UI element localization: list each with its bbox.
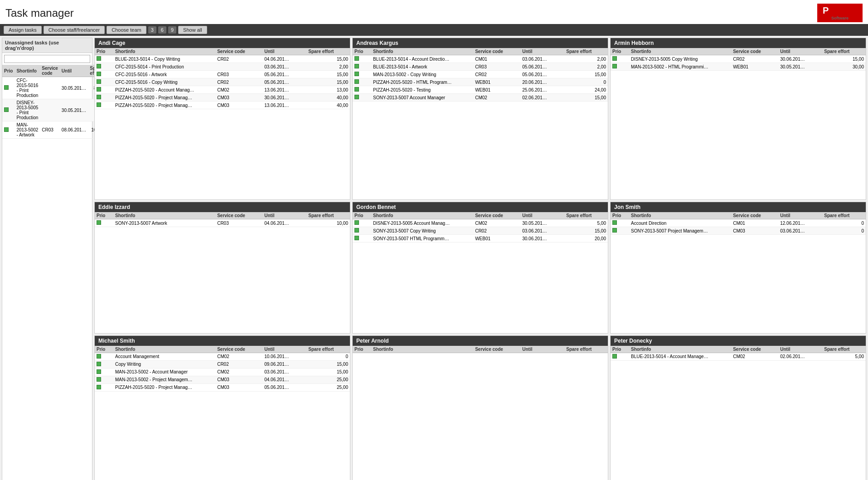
person-task-row[interactable]: BLUE-2013-5014 - Copy Writing CR02 04.06… <box>95 55 350 63</box>
person-task-row[interactable]: MAN-2013-5002 - Copy Writing CR02 05.06.… <box>353 71 608 78</box>
task-prio <box>2 77 15 99</box>
task-shortinfo: MAN-2013-5002 - Project Managem… <box>113 376 215 383</box>
person-task-row[interactable]: PIZZAH-2015-5020 - Account Manag… CM02 1… <box>95 86 350 94</box>
col-header-shortinfo: Shortinfo <box>113 212 215 219</box>
person-panel: Michael Smith Prio Shortinfo Service cod… <box>94 335 350 480</box>
task-shortinfo: PIZZAH-2015-5020 - Testing <box>371 86 473 94</box>
task-spare: 5,00 <box>564 219 608 227</box>
badge-6[interactable]: 6 <box>158 26 166 34</box>
show-all-button[interactable]: Show all <box>178 26 207 34</box>
task-prio <box>611 219 629 227</box>
col-header-spare: Spare effort <box>306 346 350 353</box>
person-task-row[interactable]: Copy Writing CR02 09.06.201… 15,00 <box>95 360 350 368</box>
col-header-spare: Spare effort <box>564 212 608 219</box>
col-header-spare: Spare effort <box>306 48 350 55</box>
choose-team-button[interactable]: Choose team <box>107 26 146 34</box>
person-task-row[interactable]: CFC-2015-5014 - Print Production 03.06.2… <box>95 63 350 71</box>
task-prio <box>95 353 113 360</box>
task-prio <box>2 121 15 139</box>
task-service: CR02 <box>731 55 778 63</box>
person-task-row[interactable]: CFC-2015-5016 - Copy Writing CR02 05.06.… <box>95 78 350 86</box>
task-shortinfo: MAN-2013-5002 - Account Manager <box>113 368 215 376</box>
task-service: CR02 <box>215 78 262 86</box>
choose-staff-button[interactable]: Choose staff/freelancer <box>44 26 105 34</box>
col-header-prio: Prio <box>611 212 629 219</box>
person-task-row[interactable]: MAN-2013-5002 - HTML Programmi… WEB01 30… <box>611 63 866 71</box>
task-shortinfo: SONY-2013-5007 Copy Writing <box>371 227 473 235</box>
person-task-row[interactable]: SONY-2013-5007 HTML Programm… WEB01 30.0… <box>353 235 608 242</box>
person-task-row[interactable]: MAN-2013-5002 - Account Manager CM02 03.… <box>95 368 350 376</box>
task-spare: 0 <box>822 219 866 227</box>
person-task-row[interactable]: Account Management CM02 10.06.201… 0 <box>95 353 350 360</box>
task-shortinfo: DISNEY-2013-5005 - Print Production <box>15 99 40 121</box>
person-task-row[interactable]: Account Direction CM01 12.06.201… 0 <box>611 219 866 227</box>
badge-9[interactable]: 9 <box>168 26 176 34</box>
task-until: 05.06.201… <box>520 71 564 78</box>
person-task-row[interactable]: MAN-2013-5002 - Project Managem… CM03 04… <box>95 376 350 383</box>
task-shortinfo: CFC-2015-5016 - Copy Writing <box>113 78 215 86</box>
unassigned-panel: Unassigned tasks (use drag'n'drop) Prio … <box>2 38 92 480</box>
col-header-shortinfo: Shortinfo <box>113 346 215 353</box>
task-prio <box>611 353 629 360</box>
task-shortinfo: PIZZAH-2015-5020 - Project Manag… <box>113 94 215 102</box>
col-header-prio: Prio <box>353 346 371 353</box>
task-prio <box>95 368 113 376</box>
col-header-spare: Spare effort <box>822 346 866 353</box>
person-task-row[interactable]: SONY-2013-5007 Project Managem… CM03 03.… <box>611 227 866 235</box>
unassigned-task-row[interactable]: CFC-2015-5016 - Print Production 30.05.2… <box>2 77 104 99</box>
col-header-service: Service code <box>215 48 262 55</box>
task-prio <box>95 78 113 86</box>
task-spare: 2,00 <box>306 63 350 71</box>
person-panel: Peter Donecky Prio Shortinfo Service cod… <box>610 335 866 480</box>
task-prio <box>95 86 113 94</box>
col-header-spare: Spare effort <box>822 212 866 219</box>
task-until: 04.06.201… <box>262 219 306 227</box>
person-task-row[interactable]: BLUE-2013-5014 - Artwork CR03 05.06.201…… <box>353 63 608 71</box>
task-prio <box>95 383 113 391</box>
task-service: CM01 <box>731 219 778 227</box>
col-header-until: Until <box>262 212 306 219</box>
task-prio <box>95 55 113 63</box>
unassigned-col-prio: Prio <box>2 65 15 77</box>
person-task-row[interactable]: PIZZAH-2015-5020 - Testing WEB01 25.06.2… <box>353 86 608 94</box>
person-task-row[interactable]: BLUE-2013-5014 - Account Directio… CM01 … <box>353 55 608 63</box>
badge-3[interactable]: 3 <box>148 26 156 34</box>
task-until: 30.06.201… <box>778 55 822 63</box>
task-spare: 2,00 <box>564 63 608 71</box>
person-task-row[interactable]: SONY-2013-5007 Artwork CR03 04.06.201… 1… <box>95 219 350 227</box>
person-task-row[interactable]: SONY-2013-5007 Copy Writing CR02 03.06.2… <box>353 227 608 235</box>
task-until: 03.06.201… <box>778 227 822 235</box>
col-header-until: Until <box>520 48 564 55</box>
person-task-table: Prio Shortinfo Service code Until Spare … <box>95 346 350 392</box>
task-service: CM02 <box>215 353 262 360</box>
unassigned-header: Unassigned tasks (use drag'n'drop) <box>2 38 92 53</box>
person-task-row[interactable]: DISNEY-2013-5005 Account Manag… CM02 30.… <box>353 219 608 227</box>
task-service: WEB01 <box>473 86 520 94</box>
person-panel: Jon Smith Prio Shortinfo Service code Un… <box>610 202 866 333</box>
person-task-row[interactable]: SONY-2013-5007 Account Manager CM02 02.0… <box>353 94 608 102</box>
col-header-spare: Spare effort <box>306 212 350 219</box>
task-until: 04.06.201… <box>262 55 306 63</box>
logo-p: P <box>821 5 830 16</box>
assign-tasks-button[interactable]: Assign tasks <box>4 26 42 34</box>
task-shortinfo: MAN-2013-5002 - Copy Writing <box>371 71 473 78</box>
person-task-row[interactable]: DISNEY-2013-5005 Copy Writing CR02 30.06… <box>611 55 866 63</box>
unassigned-task-row[interactable]: MAN-2013-5002 - Artwork CR03 08.06.201… … <box>2 121 104 139</box>
task-spare: 0 <box>306 353 350 360</box>
unassigned-search-input[interactable] <box>4 55 90 63</box>
person-task-row[interactable]: PIZZAH-2015-5020 - HTML Program… WEB01 2… <box>353 78 608 86</box>
person-task-row[interactable]: PIZZAH-2015-5020 - Project Manag… CM03 1… <box>95 102 350 109</box>
col-header-service: Service code <box>731 212 778 219</box>
person-task-row[interactable]: BLUE-2013-5014 - Account Manage… CM02 02… <box>611 353 866 360</box>
unassigned-task-row[interactable]: DISNEY-2013-5005 - Print Production 30.0… <box>2 99 104 121</box>
task-spare: 24,00 <box>564 86 608 94</box>
task-shortinfo: SONY-2013-5007 Project Managem… <box>629 227 731 235</box>
person-task-row[interactable]: CFC-2015-5016 - Artwork CR03 05.06.201… … <box>95 71 350 78</box>
unassigned-col-service: Service code <box>40 65 60 77</box>
task-until: 30.05.201… <box>778 63 822 71</box>
person-task-row[interactable]: PIZZAH-2015-5020 - Project Manag… CM03 0… <box>95 383 350 391</box>
task-spare: 2,00 <box>564 55 608 63</box>
person-task-row[interactable]: PIZZAH-2015-5020 - Project Manag… CM03 3… <box>95 94 350 102</box>
unassigned-table: Prio Shortinfo Service code Until Spare … <box>2 65 104 139</box>
col-header-service: Service code <box>473 346 520 353</box>
